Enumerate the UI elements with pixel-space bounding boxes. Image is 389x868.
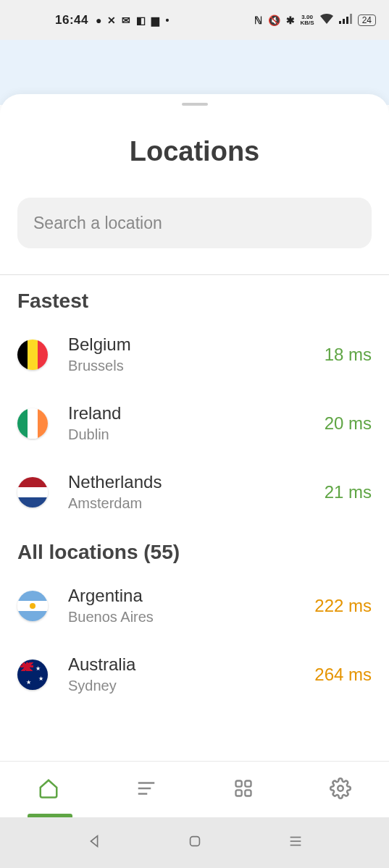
svg-rect-9 <box>235 790 241 796</box>
tab-bar <box>0 761 389 817</box>
location-row-argentina[interactable]: Argentina Buenos Aires 222 ms <box>17 571 372 640</box>
svg-rect-0 <box>339 21 341 24</box>
tab-home[interactable] <box>38 778 59 802</box>
network-speed: 3.00 KB/S <box>301 14 314 26</box>
page-title: Locations <box>0 136 389 167</box>
ping-value: 20 ms <box>325 413 372 434</box>
location-row-belgium[interactable]: Belgium Brussels 18 ms <box>17 320 372 389</box>
battery-indicator: 24 <box>358 14 376 26</box>
svg-rect-8 <box>245 780 251 786</box>
location-row-netherlands[interactable]: Netherlands Amsterdam 21 ms <box>17 458 372 526</box>
country-label: Belgium <box>68 334 325 355</box>
location-row-ireland[interactable]: Ireland Dublin 20 ms <box>17 389 372 458</box>
location-row-australia[interactable]: ★ ★ ★ Australia Sydney 264 ms <box>17 640 372 709</box>
svg-point-11 <box>338 785 343 791</box>
sheet-handle[interactable] <box>182 103 208 106</box>
ping-value: 18 ms <box>325 345 372 365</box>
svg-rect-1 <box>343 19 345 24</box>
svg-rect-12 <box>190 837 199 846</box>
flag-australia-icon: ★ ★ ★ <box>17 660 48 690</box>
chat-icon: ● <box>96 14 101 26</box>
nav-home[interactable] <box>187 833 203 852</box>
app-icon-2: ▆ <box>151 14 159 26</box>
flag-argentina-icon <box>17 591 48 621</box>
wifi-icon <box>320 14 333 26</box>
country-label: Netherlands <box>68 472 325 492</box>
nav-recent[interactable] <box>288 833 304 852</box>
city-label: Brussels <box>68 358 325 374</box>
city-label: Amsterdam <box>68 495 325 512</box>
svg-rect-7 <box>235 780 241 786</box>
section-all-label: All locations (55) <box>0 526 389 571</box>
flag-netherlands-icon <box>17 477 48 507</box>
country-label: Ireland <box>68 403 325 424</box>
search-input[interactable] <box>17 198 372 248</box>
city-label: Dublin <box>68 426 325 443</box>
status-icons-left: ● ✕ ✉ ◧ ▆ • <box>96 14 169 26</box>
app-icon: ◧ <box>136 14 146 26</box>
nfc-icon: ℕ <box>254 14 262 26</box>
tab-list[interactable] <box>135 778 157 802</box>
status-time: 16:44 <box>55 13 88 28</box>
svg-rect-2 <box>346 17 348 24</box>
svg-rect-10 <box>245 790 251 796</box>
section-fastest-label: Fastest <box>0 275 389 320</box>
mute-icon: 🔇 <box>268 14 280 26</box>
flag-ireland-icon <box>17 408 48 439</box>
city-label: Sydney <box>68 678 314 694</box>
svg-rect-3 <box>350 14 352 24</box>
ping-value: 21 ms <box>325 482 372 502</box>
signal-icon <box>339 14 352 26</box>
locations-sheet: Locations Fastest Belgium Brussels 18 ms… <box>0 94 389 868</box>
flag-belgium-icon <box>17 340 48 370</box>
tab-apps[interactable] <box>233 778 254 801</box>
nav-back[interactable] <box>86 833 102 852</box>
missed-call-icon: ✕ <box>107 14 116 26</box>
mail-icon: ✉ <box>122 14 130 26</box>
status-icons-right: ℕ 🔇 ✱ 3.00 KB/S 24 <box>254 14 376 26</box>
tab-settings[interactable] <box>330 778 351 802</box>
city-label: Buenos Aires <box>68 609 314 625</box>
country-label: Argentina <box>68 586 314 606</box>
all-list: Argentina Buenos Aires 222 ms ★ ★ ★ Aust… <box>0 571 389 709</box>
ping-value: 264 ms <box>314 665 372 685</box>
bluetooth-icon: ✱ <box>286 14 295 26</box>
android-nav-bar <box>0 817 389 868</box>
country-label: Australia <box>68 654 314 675</box>
ping-value: 222 ms <box>314 596 372 616</box>
more-icon: • <box>165 14 169 26</box>
status-bar: 16:44 ● ✕ ✉ ◧ ▆ • ℕ 🔇 ✱ 3.00 KB/S 24 <box>0 0 389 40</box>
fastest-list: Belgium Brussels 18 ms Ireland Dublin 20… <box>0 320 389 526</box>
